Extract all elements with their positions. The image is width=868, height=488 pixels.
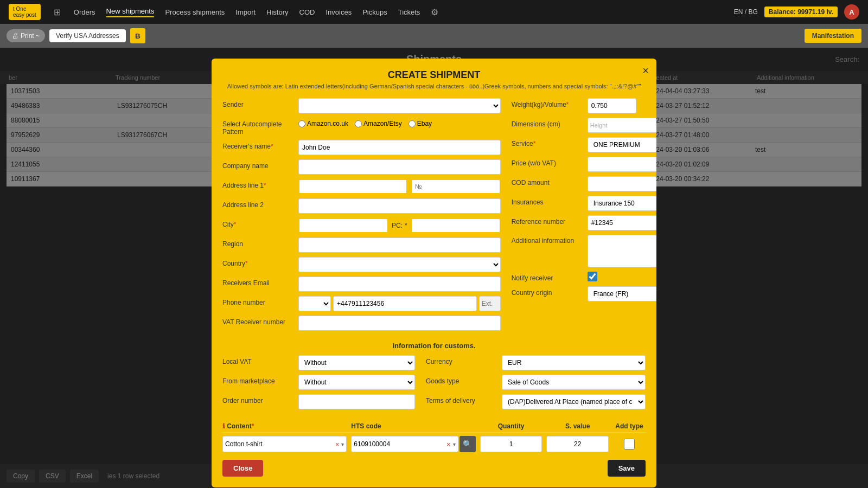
nav-new-shipments[interactable]: New shipments bbox=[106, 7, 155, 17]
close-button[interactable]: Close bbox=[222, 460, 263, 477]
goods-header: ℹ Content* HTS code Quantity S. value Ad… bbox=[222, 420, 646, 433]
address2-group: Address line 2 bbox=[222, 198, 501, 214]
content-tag-arrow[interactable]: ▾ bbox=[341, 441, 344, 447]
hts-tag-remove[interactable]: × bbox=[446, 440, 451, 448]
phone-group: Phone number bbox=[222, 296, 501, 311]
email-label: Receivers Email bbox=[222, 277, 298, 287]
balance-display: Balance: 99971.19 lv. bbox=[764, 7, 838, 17]
address1-group: Address line 1* bbox=[222, 179, 501, 194]
reference-label: Reference number bbox=[512, 215, 588, 226]
country-origin-select[interactable]: France (FR) bbox=[588, 286, 656, 301]
insurance-label: Insurances bbox=[512, 196, 588, 206]
insurance-group: Insurances Insurance 150 bbox=[512, 196, 656, 211]
bold-button[interactable]: B bbox=[130, 28, 145, 43]
service-group: Service* ONE PREMIUM bbox=[512, 137, 656, 152]
currency-select[interactable]: EUR bbox=[502, 355, 646, 370]
price-input[interactable] bbox=[588, 157, 656, 172]
city-input[interactable] bbox=[298, 218, 388, 233]
receiver-name-input[interactable] bbox=[298, 140, 501, 155]
currency-group: Currency EUR bbox=[426, 355, 646, 370]
vat-input[interactable] bbox=[298, 316, 501, 331]
sval-input[interactable] bbox=[546, 436, 609, 452]
notify-checkbox[interactable] bbox=[588, 272, 597, 281]
hts-tag-arrow[interactable]: ▾ bbox=[453, 441, 456, 447]
goods-type-select[interactable]: Sale of Goods bbox=[502, 375, 646, 390]
terms-label: Terms of delivery bbox=[426, 394, 502, 404]
modal-subtitle: Allowed symbols are: Latin extended lett… bbox=[222, 83, 646, 89]
terms-select[interactable]: (DAP)Delivered At Place (named place of … bbox=[502, 394, 646, 409]
notify-group: Notify receiver bbox=[512, 272, 656, 282]
nav-import[interactable]: Import bbox=[235, 8, 256, 16]
dimensions-group: Dimensions (cm) bbox=[512, 118, 656, 133]
additional-label: Additional information bbox=[512, 235, 588, 245]
email-input[interactable] bbox=[298, 277, 501, 292]
pc-input[interactable] bbox=[411, 218, 501, 233]
add-type-checkbox[interactable] bbox=[624, 439, 635, 450]
address2-input[interactable] bbox=[298, 198, 501, 214]
app-logo: t One easy post bbox=[9, 4, 41, 20]
qty-col-header: Quantity bbox=[480, 422, 542, 430]
company-name-label: Company name bbox=[222, 159, 298, 170]
phone-number-input[interactable] bbox=[333, 296, 477, 311]
region-label: Region bbox=[222, 237, 298, 248]
goods-type-group: Goods type Sale of Goods bbox=[426, 375, 646, 390]
region-input[interactable] bbox=[298, 237, 501, 253]
nav-orders[interactable]: Orders bbox=[74, 8, 95, 16]
service-select[interactable]: ONE PREMIUM bbox=[588, 137, 656, 152]
hts-search-button[interactable]: 🔍 bbox=[459, 436, 476, 452]
nav-history[interactable]: History bbox=[266, 8, 288, 16]
verify-usa-button[interactable]: Verify USA Addresses bbox=[49, 29, 126, 42]
language-selector[interactable]: EN / BG bbox=[734, 8, 758, 16]
nav-invoices[interactable]: Invoices bbox=[326, 8, 352, 16]
grid-icon[interactable]: ⊞ bbox=[54, 7, 61, 17]
save-button[interactable]: Save bbox=[608, 460, 646, 477]
hts-tag-input[interactable]: 6109100004 × ▾ bbox=[351, 436, 458, 452]
address1-no-input[interactable] bbox=[411, 179, 501, 194]
nav-pickups[interactable]: Pickups bbox=[362, 8, 387, 16]
main-content: Shipments Search: ber Tracking number Re… bbox=[0, 48, 868, 488]
modal-close-button[interactable]: × bbox=[642, 65, 649, 76]
reference-input[interactable] bbox=[588, 215, 656, 230]
content-tag-input[interactable]: Cotton t-shirt × ▾ bbox=[222, 436, 347, 452]
additional-textarea[interactable] bbox=[588, 235, 656, 267]
phone-code-select[interactable] bbox=[298, 296, 331, 311]
radio-ebay[interactable]: Ebay bbox=[409, 120, 432, 127]
cod-input[interactable] bbox=[588, 176, 656, 191]
radio-amazon-etsy[interactable]: Amazon/Etsy bbox=[355, 120, 402, 127]
nav-process-shipments[interactable]: Process shipments bbox=[165, 8, 225, 16]
modal-overlay: CREATE SHIPMENT Allowed symbols are: Lat… bbox=[0, 48, 868, 488]
height-input[interactable] bbox=[588, 118, 656, 133]
goods-content-cell: Cotton t-shirt × ▾ bbox=[222, 436, 347, 452]
address1-input[interactable] bbox=[298, 179, 407, 194]
radio-amazon-co-uk[interactable]: Amazon.co.uk bbox=[298, 120, 348, 127]
add-col-header: Add type bbox=[613, 422, 646, 430]
qty-input[interactable] bbox=[480, 436, 542, 452]
sender-select[interactable] bbox=[298, 98, 501, 113]
manifestation-button[interactable]: Manifestation bbox=[805, 29, 861, 43]
insurance-select[interactable]: Insurance 150 bbox=[588, 196, 656, 211]
from-marketplace-select[interactable]: Without bbox=[298, 375, 415, 390]
company-name-group: Company name bbox=[222, 159, 501, 175]
country-origin-group: Country origin France (FR) bbox=[512, 286, 656, 301]
user-avatar[interactable]: A bbox=[844, 4, 859, 20]
local-vat-select[interactable]: Without bbox=[298, 355, 415, 370]
goods-add-cell bbox=[613, 439, 646, 450]
email-group: Receivers Email bbox=[222, 277, 501, 292]
print-button[interactable]: 🖨 Print ~ bbox=[7, 29, 45, 42]
content-tag-remove[interactable]: × bbox=[335, 440, 340, 448]
hts-tag-text: 6109100004 bbox=[354, 440, 444, 448]
weight-input[interactable] bbox=[588, 98, 636, 113]
customs-right: Currency EUR Goods type Sale of Goods Te… bbox=[426, 355, 646, 414]
phone-ext-input[interactable] bbox=[479, 296, 501, 311]
nav-cod[interactable]: COD bbox=[299, 8, 315, 16]
settings-icon[interactable]: ⚙ bbox=[431, 7, 438, 17]
company-name-input[interactable] bbox=[298, 159, 501, 175]
country-select[interactable] bbox=[298, 257, 501, 272]
order-number-input[interactable] bbox=[298, 394, 415, 409]
from-marketplace-group: From marketplace Without bbox=[222, 375, 415, 390]
additional-group: Additional information bbox=[512, 235, 656, 267]
order-number-group: Order number bbox=[222, 394, 415, 409]
currency-label: Currency bbox=[426, 355, 502, 365]
goods-row: Cotton t-shirt × ▾ 6109100004 × ▾ 🔍 bbox=[222, 436, 646, 452]
nav-tickets[interactable]: Tickets bbox=[398, 8, 420, 16]
